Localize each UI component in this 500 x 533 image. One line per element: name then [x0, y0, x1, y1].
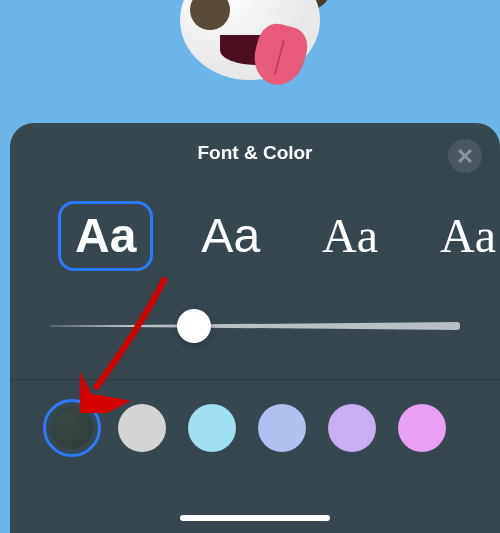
color-swatch-sky-blue[interactable]: [188, 404, 236, 452]
font-option-4[interactable]: Aa: [426, 204, 500, 268]
home-indicator[interactable]: [180, 515, 330, 521]
color-swatch-lavender[interactable]: [328, 404, 376, 452]
color-swatch-dark-teal[interactable]: [48, 404, 96, 452]
sheet-header: Font & Color: [10, 123, 500, 183]
slider-track: [50, 322, 460, 330]
color-swatch-light-gray[interactable]: [118, 404, 166, 452]
font-option-3[interactable]: Aa: [308, 204, 392, 268]
color-swatch-pink[interactable]: [398, 404, 446, 452]
close-button[interactable]: [448, 139, 482, 173]
close-icon: [457, 148, 473, 164]
memoji-preview: [150, 0, 350, 120]
font-option-1[interactable]: Aa: [58, 201, 153, 271]
font-color-sheet: Font & Color Aa Aa Aa Aa: [10, 123, 500, 533]
font-option-2[interactable]: Aa: [187, 204, 274, 268]
slider-thumb[interactable]: [177, 309, 211, 343]
sheet-title: Font & Color: [197, 142, 312, 164]
color-picker-row: [10, 380, 500, 452]
color-swatch-periwinkle[interactable]: [258, 404, 306, 452]
font-picker-row: Aa Aa Aa Aa: [10, 183, 500, 271]
font-size-slider[interactable]: [10, 301, 500, 351]
